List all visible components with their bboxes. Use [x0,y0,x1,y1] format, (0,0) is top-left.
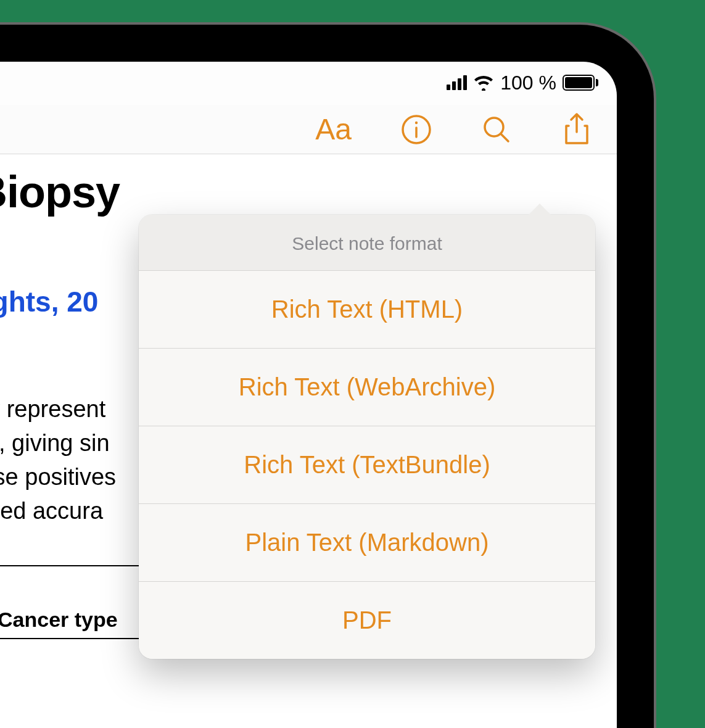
format-option-markdown[interactable]: Plain Text (Markdown) [139,504,595,582]
svg-point-1 [415,121,418,123]
battery-icon [563,75,598,91]
search-button[interactable] [481,114,512,145]
font-style-button[interactable]: Aa [315,112,352,146]
export-format-popover: Select note format Rich Text (HTML) Rich… [139,215,595,659]
info-button[interactable] [401,114,432,145]
note-title: Biopsy [0,167,617,217]
wifi-icon [473,75,494,91]
share-button[interactable] [561,112,592,147]
svg-line-4 [501,134,508,141]
format-option-textbundle[interactable]: Rich Text (TextBundle) [139,426,595,504]
editor-toolbar: Aa [0,105,617,154]
device-frame: 100 % Aa [0,25,654,728]
table-col-label: Cancer type [0,602,162,638]
screen: 100 % Aa [0,62,617,728]
format-option-webarchive[interactable]: Rich Text (WebArchive) [139,349,595,426]
status-bar: 100 % [447,70,598,95]
format-option-html[interactable]: Rich Text (HTML) [139,271,595,349]
battery-percent-label: 100 % [500,72,556,94]
popover-header: Select note format [139,215,595,271]
cellular-icon [447,75,467,90]
format-option-pdf[interactable]: PDF [139,582,595,659]
